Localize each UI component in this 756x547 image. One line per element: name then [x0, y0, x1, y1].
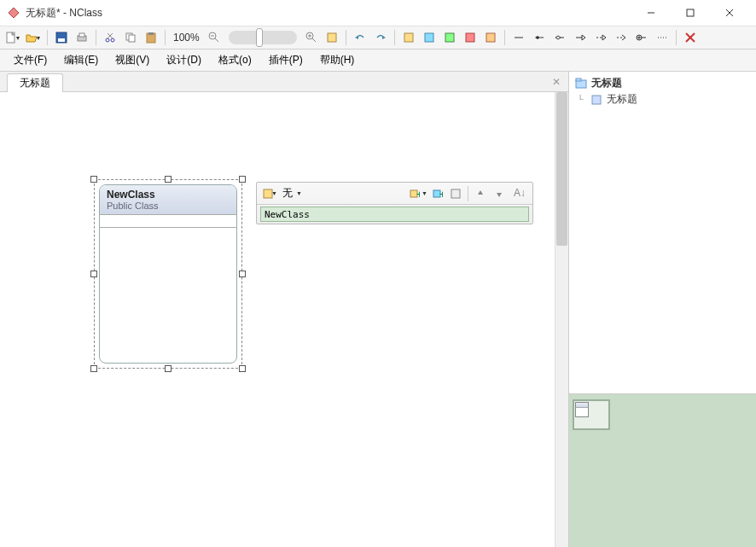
tree-connector-icon: └ [574, 94, 586, 106]
svg-line-25 [312, 38, 316, 42]
copy-button[interactable] [121, 28, 140, 47]
comment-relation-button[interactable] [653, 28, 672, 47]
canvas-viewport[interactable]: NewClass Public Class ▼ 无 [0, 92, 568, 547]
save-button[interactable] [52, 28, 71, 47]
association-button[interactable] [509, 28, 528, 47]
zoom-slider-thumb[interactable] [256, 28, 263, 47]
realization-button[interactable] [591, 28, 610, 47]
project-icon [574, 77, 588, 90]
resize-handle-e[interactable] [239, 271, 246, 277]
delete-button[interactable] [681, 28, 700, 47]
enum-tool-button[interactable] [440, 28, 459, 47]
tree-root-item[interactable]: 无标题 [573, 75, 753, 91]
toolbar-separator [504, 30, 505, 45]
window-title: 无标题* - NClass [26, 6, 631, 20]
sort-up-button[interactable] [471, 184, 490, 203]
menu-plugin[interactable]: 插件(P) [260, 49, 311, 71]
menubar: 文件(F) 编辑(E) 视图(V) 设计(D) 格式(o) 插件(P) 帮助(H… [0, 49, 756, 72]
resize-handle-s[interactable] [165, 365, 172, 372]
tree-child-label: 无标题 [607, 92, 637, 107]
redo-button[interactable] [371, 28, 390, 47]
menu-help[interactable]: 帮助(H) [311, 49, 363, 71]
resize-handle-n[interactable] [165, 176, 172, 183]
add-field-button[interactable]: + [404, 184, 423, 203]
diagram-tab[interactable]: 无标题 [7, 73, 63, 92]
svg-marker-40 [582, 35, 585, 40]
paste-button[interactable] [142, 28, 160, 47]
svg-rect-10 [79, 33, 84, 37]
aggregation-button[interactable] [550, 28, 569, 47]
canvas[interactable]: NewClass Public Class ▼ 无 [0, 92, 568, 547]
svg-rect-29 [404, 33, 413, 42]
maximize-button[interactable] [671, 0, 710, 26]
undo-button[interactable] [351, 28, 369, 47]
minimap[interactable] [569, 393, 756, 547]
sort-down-button[interactable] [490, 184, 509, 203]
svg-rect-18 [148, 32, 154, 35]
composition-button[interactable] [530, 28, 549, 47]
print-button[interactable] [73, 28, 91, 47]
zoom-value[interactable]: 100% [170, 32, 203, 44]
zoom-out-button[interactable] [205, 28, 224, 47]
tree-root-label: 无标题 [591, 76, 622, 90]
canvas-container: 无标题 ✕ NewClass [0, 72, 568, 547]
menu-design[interactable]: 设计(D) [158, 49, 210, 71]
menu-edit[interactable]: 编辑(E) [55, 49, 107, 71]
svg-marker-57 [478, 190, 483, 195]
sort-alpha-button[interactable]: A↓ [509, 184, 527, 203]
delegate-tool-button[interactable] [481, 28, 500, 47]
close-button[interactable] [710, 0, 749, 26]
scrollbar-thumb[interactable] [556, 92, 567, 246]
fit-button[interactable] [323, 28, 341, 47]
zoom-in-button[interactable] [302, 28, 321, 47]
cut-button[interactable] [101, 28, 119, 47]
project-tree[interactable]: 无标题 └ 无标题 [569, 72, 756, 393]
minimap-class-thumbnail [575, 402, 589, 417]
resize-handle-w[interactable] [90, 271, 97, 277]
svg-marker-58 [497, 193, 502, 197]
member-name-row [257, 205, 532, 224]
class-box[interactable]: NewClass Public Class [99, 184, 237, 364]
generalization-button[interactable] [571, 28, 590, 47]
main-area: 无标题 ✕ NewClass [0, 72, 756, 547]
nesting-button[interactable] [632, 28, 651, 47]
dependency-button[interactable] [612, 28, 631, 47]
diagram-icon [590, 93, 603, 107]
menu-format[interactable]: 格式(o) [210, 49, 260, 71]
tab-close-button[interactable]: ✕ [550, 75, 563, 89]
interface-tool-button[interactable] [420, 28, 439, 47]
dropdown-arrow-icon[interactable]: ▼ [422, 190, 427, 196]
class-header[interactable]: NewClass Public Class [100, 185, 236, 215]
tree-child-item[interactable]: └ 无标题 [573, 91, 753, 108]
add-property-button[interactable] [446, 184, 465, 203]
class-tool-button[interactable] [399, 28, 418, 47]
resize-handle-nw[interactable] [90, 176, 97, 183]
access-modifier-label[interactable]: 无 [282, 186, 293, 201]
member-name-input[interactable] [260, 207, 529, 222]
selection-frame[interactable]: NewClass Public Class [89, 174, 247, 374]
resize-handle-ne[interactable] [239, 176, 246, 183]
menu-file[interactable]: 文件(F) [5, 49, 55, 71]
right-panel: 无标题 └ 无标题 [568, 72, 756, 547]
svg-rect-16 [129, 35, 135, 42]
svg-rect-33 [486, 33, 495, 42]
vertical-scrollbar[interactable] [555, 92, 568, 547]
open-button[interactable]: ▼ [24, 28, 43, 47]
svg-rect-2 [687, 9, 694, 16]
struct-tool-button[interactable] [461, 28, 480, 47]
svg-rect-32 [466, 33, 474, 42]
menu-view[interactable]: 视图(V) [107, 49, 158, 71]
dropdown-arrow-icon[interactable]: ▼ [296, 190, 302, 196]
resize-handle-sw[interactable] [90, 365, 97, 372]
member-editor-toolbar[interactable]: ▼ 无 ▼ + ▼ + A↓ [256, 182, 533, 224]
zoom-slider[interactable] [229, 31, 297, 44]
access-modifier-icon[interactable]: ▼ [262, 186, 277, 201]
svg-rect-30 [425, 33, 433, 42]
svg-text:+: + [416, 189, 420, 200]
resize-handle-se[interactable] [239, 365, 246, 372]
titlebar: 无标题* - NClass [0, 0, 756, 26]
toolbar-separator [676, 30, 677, 45]
minimize-button[interactable] [631, 0, 671, 26]
new-button[interactable]: ▼ [3, 28, 22, 47]
add-method-button[interactable]: + [427, 184, 446, 203]
